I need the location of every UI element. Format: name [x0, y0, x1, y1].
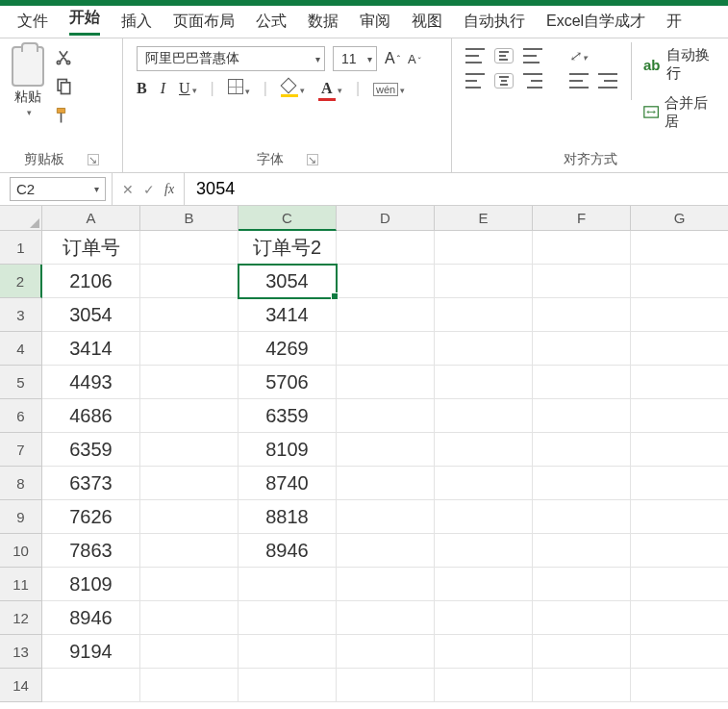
cell[interactable]: [533, 568, 631, 601]
cell[interactable]: 7626: [42, 500, 140, 534]
cell[interactable]: [337, 467, 435, 500]
cell[interactable]: [533, 669, 631, 702]
tab-view[interactable]: 视图: [412, 12, 442, 32]
cell[interactable]: [435, 231, 533, 265]
cell[interactable]: [631, 601, 728, 635]
align-center-button[interactable]: [494, 73, 514, 89]
cell[interactable]: [337, 534, 435, 568]
cell[interactable]: [435, 500, 533, 534]
bold-button[interactable]: B: [137, 80, 147, 97]
cell[interactable]: [435, 399, 533, 433]
cell[interactable]: 4269: [238, 332, 337, 366]
cell[interactable]: [435, 265, 533, 298]
tab-formulas[interactable]: 公式: [256, 12, 287, 32]
align-right-button[interactable]: [523, 73, 542, 89]
row-header[interactable]: 1: [0, 231, 42, 265]
cell[interactable]: [533, 601, 631, 635]
cell[interactable]: [631, 467, 728, 500]
cell[interactable]: [140, 399, 238, 433]
fill-color-button[interactable]: ▾: [281, 80, 305, 97]
cell[interactable]: [337, 265, 435, 298]
column-header[interactable]: E: [435, 206, 533, 231]
row-header[interactable]: 12: [0, 601, 42, 635]
cell[interactable]: [337, 231, 435, 265]
cell[interactable]: [42, 669, 140, 702]
cell[interactable]: 4493: [42, 366, 140, 399]
cell[interactable]: [337, 669, 435, 702]
cell[interactable]: 5706: [238, 366, 337, 399]
cancel-formula-button[interactable]: ✕: [122, 182, 134, 197]
paste-button[interactable]: 粘贴 ▾: [8, 42, 48, 117]
select-all-corner[interactable]: [0, 206, 42, 231]
font-color-button[interactable]: A▾: [318, 80, 342, 97]
cell[interactable]: 8946: [42, 601, 140, 635]
cell[interactable]: [238, 669, 337, 702]
italic-button[interactable]: I: [161, 80, 165, 97]
cell[interactable]: [337, 568, 435, 601]
cell[interactable]: [435, 332, 533, 366]
cell[interactable]: [238, 601, 337, 635]
cell[interactable]: 订单号: [42, 231, 140, 265]
cell[interactable]: [337, 298, 435, 332]
cell[interactable]: [140, 467, 238, 500]
cut-button[interactable]: [54, 48, 73, 67]
grow-font-button[interactable]: Aˆ: [385, 50, 400, 67]
shrink-font-button[interactable]: Aˇ: [408, 52, 421, 66]
row-header[interactable]: 5: [0, 366, 42, 399]
row-header[interactable]: 7: [0, 433, 42, 467]
cell[interactable]: [337, 601, 435, 635]
cell[interactable]: [631, 332, 728, 366]
cell[interactable]: [238, 635, 337, 669]
cell[interactable]: [533, 265, 631, 298]
cell[interactable]: [140, 433, 238, 467]
cell[interactable]: 6359: [238, 399, 337, 433]
column-header[interactable]: B: [140, 206, 238, 231]
tab-file[interactable]: 文件: [17, 12, 48, 32]
row-header[interactable]: 14: [0, 669, 42, 702]
cell[interactable]: [140, 500, 238, 534]
cell[interactable]: [337, 399, 435, 433]
tab-dev[interactable]: 开: [666, 12, 682, 32]
align-middle-button[interactable]: [494, 48, 514, 63]
cell[interactable]: 2106: [42, 265, 140, 298]
cell[interactable]: 8109: [238, 433, 337, 467]
column-header[interactable]: A: [42, 206, 140, 231]
orientation-button[interactable]: ⤢▾: [569, 48, 588, 63]
align-bottom-button[interactable]: [523, 48, 542, 63]
cell[interactable]: [631, 635, 728, 669]
cell[interactable]: [337, 433, 435, 467]
align-left-button[interactable]: [465, 73, 485, 89]
cell[interactable]: [631, 366, 728, 399]
cell[interactable]: 8740: [238, 467, 337, 500]
cell[interactable]: [140, 534, 238, 568]
cell[interactable]: [533, 298, 631, 332]
cell[interactable]: [140, 231, 238, 265]
cell[interactable]: [631, 433, 728, 467]
row-header[interactable]: 3: [0, 298, 42, 332]
cell[interactable]: 3414: [238, 298, 337, 332]
cell[interactable]: [631, 669, 728, 702]
row-header[interactable]: 6: [0, 399, 42, 433]
cell[interactable]: [435, 366, 533, 399]
cell[interactable]: [435, 601, 533, 635]
tab-insert[interactable]: 插入: [121, 12, 152, 32]
cell[interactable]: [631, 500, 728, 534]
formula-input[interactable]: [185, 173, 728, 205]
row-header[interactable]: 10: [0, 534, 42, 568]
tab-data[interactable]: 数据: [308, 12, 339, 32]
tab-auto[interactable]: 自动执行: [464, 12, 525, 32]
row-header[interactable]: 2: [0, 265, 42, 298]
column-header[interactable]: D: [337, 206, 435, 231]
cell[interactable]: [435, 635, 533, 669]
row-header[interactable]: 8: [0, 467, 42, 500]
copy-button[interactable]: [54, 77, 73, 96]
row-header[interactable]: 9: [0, 500, 42, 534]
cell[interactable]: [337, 500, 435, 534]
clipboard-dialog-launcher[interactable]: ↘: [88, 154, 99, 165]
cell[interactable]: 订单号2: [238, 231, 337, 265]
cell[interactable]: 8109: [42, 568, 140, 601]
align-top-button[interactable]: [465, 48, 485, 63]
wrap-text-button[interactable]: ab 自动换行: [643, 46, 716, 83]
column-header[interactable]: G: [631, 206, 728, 231]
merge-center-button[interactable]: 合并后居: [643, 94, 716, 131]
